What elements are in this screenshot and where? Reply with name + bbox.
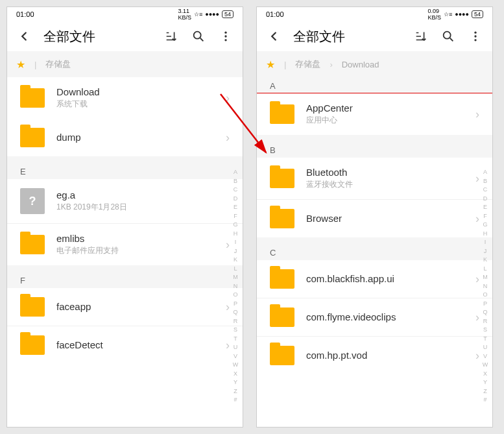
svg-point-5 (474, 32, 476, 34)
crumb-download[interactable]: Download (342, 60, 379, 69)
chevron-right-icon: › (475, 311, 479, 324)
chevron-right-icon: › (226, 131, 230, 145)
status-bar: 01:00 0.09KB/S ☆≡●●●● 54 (257, 7, 492, 21)
section-e: E (7, 163, 243, 179)
highlight-box: Download系统下载 › (7, 77, 243, 119)
folder-bluetooth[interactable]: Bluetooth蓝牙接收文件 › (257, 158, 492, 199)
page-title: 全部文件 (43, 28, 152, 45)
header: 全部文件 (257, 21, 492, 51)
chevron-right-icon: › (475, 272, 479, 286)
folder-hppt[interactable]: com.hp.pt.vod › (257, 336, 492, 374)
file-list: Download系统下载 › dump › E ? eg.a1KB 2019年1… (7, 77, 243, 427)
back-icon[interactable] (16, 29, 32, 44)
file-icon: ? (20, 188, 45, 214)
svg-point-6 (474, 35, 476, 37)
back-icon[interactable] (266, 29, 282, 44)
folder-appcenter[interactable]: AppCenter应用中心 › (257, 93, 492, 135)
svg-point-2 (224, 35, 226, 37)
folder-icon (270, 346, 294, 365)
star-icon[interactable]: ★ (16, 58, 25, 71)
battery-icon: 54 (472, 10, 483, 18)
file-ega[interactable]: ? eg.a1KB 2019年1月28日 (7, 179, 243, 223)
page-title: 全部文件 (293, 28, 402, 45)
chevron-right-icon: › (475, 349, 479, 363)
search-icon[interactable] (191, 29, 206, 44)
folder-facedetect[interactable]: faceDetect › (7, 326, 243, 364)
svg-point-1 (224, 32, 226, 34)
folder-icon (20, 235, 45, 254)
breadcrumb[interactable]: ★ | 存储盘 › Download (257, 51, 492, 77)
status-bar: 01:00 3.11KB/S ☆≡●●●● 54 (7, 7, 243, 21)
more-icon[interactable] (218, 29, 234, 44)
svg-point-0 (194, 32, 201, 39)
battery-icon: 54 (222, 10, 234, 18)
header: 全部文件 (7, 21, 243, 51)
folder-icon (20, 128, 45, 147)
alpha-index[interactable]: ABCDEFGHIJKLMNOPQRSTUVWXYZ# (231, 168, 240, 405)
phone-left: 01:00 3.11KB/S ☆≡●●●● 54 全部文件 ★ | 存储盘 Do… (6, 6, 243, 428)
sort-icon[interactable] (163, 29, 179, 44)
section-f: F (7, 272, 243, 288)
clock: 01:00 (266, 10, 284, 18)
more-icon[interactable] (468, 29, 483, 44)
section-c: C (257, 244, 492, 260)
chevron-right-icon: › (475, 108, 479, 121)
file-list: A AppCenter应用中心 › B Bluetooth蓝牙接收文件 › Br… (257, 77, 492, 427)
folder-icon (270, 209, 294, 228)
folder-icon (270, 169, 294, 188)
highlight-box: AppCenter应用中心 › B Bluetooth蓝牙接收文件 › Brow… (257, 93, 492, 238)
folder-icon (270, 104, 294, 124)
svg-point-3 (224, 39, 226, 41)
folder-icon (270, 269, 294, 289)
crumb-storage[interactable]: 存储盘 (295, 58, 320, 70)
phone-right: 01:00 0.09KB/S ☆≡●●●● 54 全部文件 ★ | 存储盘 › … (256, 6, 493, 428)
folder-download[interactable]: Download系统下载 › (7, 77, 243, 119)
svg-point-7 (474, 39, 476, 41)
alpha-index[interactable]: ABCDEFGHIJKLMNOPQRSTUVWXYZ# (481, 168, 490, 405)
folder-faceapp[interactable]: faceapp › (7, 288, 243, 326)
svg-point-4 (444, 32, 451, 39)
status-right: 0.09KB/S ☆≡●●●● 54 (427, 8, 483, 21)
chevron-right-icon: › (226, 339, 230, 352)
folder-icon (20, 335, 45, 355)
crumb-storage[interactable]: 存储盘 (45, 58, 71, 70)
folder-browser[interactable]: Browser › (257, 199, 492, 237)
folder-icon (20, 297, 45, 317)
chevron-right-icon: › (226, 91, 230, 105)
chevron-right-icon: › (475, 172, 479, 186)
status-right: 3.11KB/S ☆≡●●●● 54 (178, 8, 234, 21)
section-b: B (257, 141, 492, 158)
chevron-right-icon: › (226, 300, 230, 314)
folder-blackfish[interactable]: com.blackfish.app.ui › (257, 260, 492, 298)
folder-emlibs[interactable]: emlibs电子邮件应用支持 › (7, 223, 243, 265)
folder-icon (20, 88, 45, 108)
folder-dump[interactable]: dump › (7, 119, 243, 156)
sort-icon[interactable] (413, 29, 429, 44)
folder-flyme[interactable]: com.flyme.videoclips › (257, 298, 492, 336)
section-a: A (257, 77, 492, 93)
star-icon[interactable]: ★ (266, 58, 275, 71)
chevron-right-icon: › (226, 238, 230, 252)
breadcrumb[interactable]: ★ | 存储盘 (7, 51, 243, 77)
clock: 01:00 (16, 10, 34, 18)
search-icon[interactable] (440, 29, 456, 44)
chevron-right-icon: › (475, 212, 479, 226)
folder-icon (270, 307, 294, 327)
